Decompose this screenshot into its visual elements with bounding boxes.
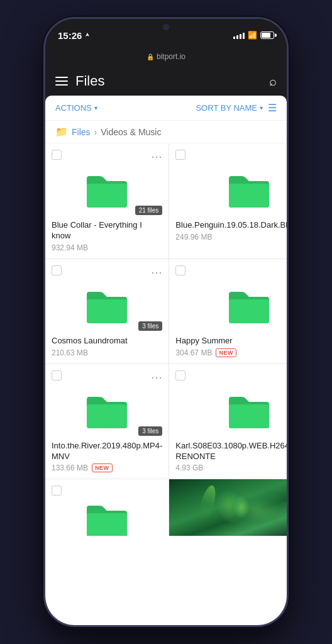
thumbnail-image [169, 479, 287, 536]
item-size: 249.96 MB [175, 233, 212, 242]
list-item[interactable] [169, 479, 287, 536]
search-icon[interactable]: ⌕ [269, 74, 277, 89]
item-name: Blue Collar - Everything I know [52, 220, 162, 242]
list-item[interactable]: 3 files ⋯ Karl.S08E03.1080p.WEB.H264-REN… [169, 364, 287, 479]
new-badge: NEW [92, 464, 113, 472]
wifi-icon: 📶 [248, 31, 257, 40]
item-checkbox[interactable] [175, 370, 185, 380]
item-checkbox[interactable] [175, 265, 185, 275]
toolbar: ACTIONS ▾ SORT BY NAME ▾ ☰ [45, 96, 287, 121]
url-bar: 🔒 bitport.io [45, 47, 287, 67]
item-meta: 210.63 MB [52, 348, 162, 357]
item-more-icon[interactable]: ⋯ [151, 150, 162, 164]
svg-marker-0 [86, 33, 89, 36]
file-count: 3 files [138, 426, 162, 436]
file-count: 3 files [138, 321, 162, 331]
app-header: Files ⌕ [45, 67, 287, 96]
item-more-icon[interactable]: ⋯ [151, 265, 162, 279]
folder-container: 3 files [52, 280, 162, 331]
folder-container: 3 files [175, 280, 287, 331]
folder-icon [84, 171, 130, 209]
item-size: 210.63 MB [52, 348, 88, 357]
item-size: 932.94 MB [52, 243, 88, 252]
item-checkbox[interactable] [52, 265, 62, 275]
item-size: 4.93 GB [175, 464, 203, 472]
file-browser: ACTIONS ▾ SORT BY NAME ▾ ☰ 📁 Files › Vid… [45, 96, 287, 625]
camera-dot [163, 24, 169, 30]
folder-icon [84, 287, 130, 325]
list-item[interactable]: 3 files ⋯ Cosmos Laundromat 210.63 MB [45, 259, 169, 364]
item-name: Happy Summer [175, 336, 287, 347]
sort-button[interactable]: SORT BY NAME ▾ [196, 103, 263, 113]
actions-dropdown-icon: ▾ [94, 104, 97, 111]
folder-container: 3 files [175, 386, 287, 436]
actions-label: ACTIONS [55, 103, 92, 113]
item-name: Karl.S08E03.1080p.WEB.H264-RENONTE [175, 441, 287, 462]
status-time: 15:26 [58, 30, 91, 41]
item-checkbox[interactable] [52, 370, 62, 380]
item-more-icon[interactable]: ⋯ [151, 370, 162, 384]
folder-container: 1 files [175, 165, 287, 215]
sort-dropdown-icon: ▾ [260, 104, 263, 111]
folder-icon [84, 501, 130, 536]
list-item[interactable] [45, 479, 169, 536]
folder-container: 3 files [52, 386, 162, 436]
toolbar-right: SORT BY NAME ▾ ☰ [196, 102, 277, 114]
battery-icon [260, 31, 274, 39]
list-item[interactable]: 3 files ⋯ Into.the.River.2019.480p.MP4-M… [45, 364, 169, 479]
item-name: Blue.Penguin.19.05.18.Dark.Blue.Reef... [175, 220, 287, 231]
item-meta: 249.96 MB [175, 233, 287, 242]
time-display: 15:26 [58, 30, 82, 41]
item-size: 304.67 MB [175, 348, 212, 357]
signal-icon [233, 31, 245, 39]
list-item[interactable]: 3 files ⋯ Happy Summer 304.67 MB NEW [169, 259, 287, 364]
phone-notch [125, 19, 207, 36]
breadcrumb-separator: › [94, 127, 97, 137]
item-name: Into.the.River.2019.480p.MP4-MNV [52, 441, 162, 462]
breadcrumb-current: Videos & Music [101, 127, 161, 137]
folder-icon [226, 392, 272, 430]
status-icons: 📶 [233, 31, 274, 40]
menu-icon[interactable] [55, 77, 68, 86]
url-text: bitport.io [157, 52, 185, 61]
item-checkbox[interactable] [175, 150, 185, 160]
folder-icon [226, 171, 272, 209]
breadcrumb: 📁 Files › Videos & Music [45, 121, 287, 143]
actions-button[interactable]: ACTIONS ▾ [55, 103, 97, 113]
new-badge: NEW [216, 348, 236, 357]
breadcrumb-folder-icon: 📁 [55, 126, 68, 138]
app-content: Files ⌕ ACTIONS ▾ SORT BY NAME ▾ ☰ [45, 67, 287, 625]
folder-container [52, 501, 162, 536]
item-meta: 133.66 MB NEW [52, 464, 162, 472]
item-meta: 4.93 GB [175, 464, 287, 472]
file-count: 21 files [135, 206, 163, 215]
location-icon [84, 32, 91, 38]
list-item[interactable]: 1 files ⋯ Blue.Penguin.19.05.18.Dark.Blu… [169, 143, 287, 258]
page-title: Files [75, 73, 104, 89]
list-item[interactable]: 21 files ⋯ Blue Collar - Everything I kn… [45, 143, 169, 258]
view-toggle-icon[interactable]: ☰ [268, 102, 277, 114]
breadcrumb-root[interactable]: Files [72, 127, 91, 137]
lock-icon: 🔒 [147, 53, 154, 60]
folder-container: 21 files [52, 165, 162, 215]
sort-label: SORT BY NAME [196, 103, 257, 113]
item-meta: 932.94 MB [52, 243, 162, 252]
folder-icon [84, 392, 130, 430]
folder-icon [226, 287, 272, 325]
item-meta: 304.67 MB NEW [175, 348, 287, 357]
header-left: Files [55, 73, 104, 89]
phone-frame: 15:26 📶 🔒 bitport.io [43, 17, 289, 627]
item-name: Cosmos Laundromat [52, 336, 162, 347]
files-grid: 21 files ⋯ Blue Collar - Everything I kn… [45, 143, 287, 536]
item-checkbox[interactable] [52, 150, 62, 160]
item-size: 133.66 MB [52, 464, 88, 472]
item-checkbox[interactable] [52, 486, 62, 496]
